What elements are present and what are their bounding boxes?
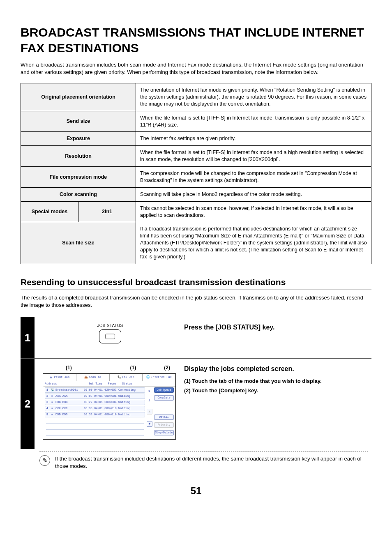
page-indicator: 1 — [148, 399, 151, 402]
row-label-right: 2in1 — [78, 201, 136, 222]
row-pages: 000/004 — [104, 401, 117, 404]
substep-num: (2) — [184, 387, 191, 394]
key-shape-icon — [99, 329, 121, 343]
phone-icon: 📞 — [118, 376, 121, 379]
row-label: Color scanning — [21, 187, 136, 201]
tab-internet-fax[interactable]: 🌐Internet Fax — [143, 374, 175, 381]
subheading: Resending to unsuccessful broadcast tran… — [21, 276, 371, 290]
job-row[interactable]: 4 ✉ CCC CCC 10:30 04/01 000/010 Waiting — [45, 406, 145, 411]
row-label-left: Special modes — [21, 201, 78, 222]
step-1: 1 JOB STATUS Press the [JOB STATUS] key. — [21, 317, 371, 358]
callout-1b: (1) — [116, 364, 150, 371]
row-label: File compression mode — [21, 167, 136, 188]
row-desc: Scanning will take place in Mono2 regard… — [136, 187, 371, 201]
row-address: CCC CCC — [55, 407, 79, 410]
row-label: Resolution — [21, 146, 136, 167]
row-desc: When the file format is set to [TIFF-S] … — [136, 111, 371, 132]
scroll-up-button[interactable]: ▲ — [147, 409, 152, 415]
priority-button[interactable]: Priority — [154, 422, 174, 428]
row-time: 10:05 04/01 — [81, 395, 103, 398]
row-desc: The orientation of Internet fax mode is … — [136, 83, 371, 111]
pencil-icon: ✎ — [39, 455, 50, 466]
row-time: 10:33 04/01 — [81, 413, 103, 416]
callouts: (1) (1) (2) — [43, 364, 176, 371]
row-address: BBB BBB — [55, 401, 79, 404]
empty-row — [46, 424, 144, 430]
substep-1: (1) Touch the tab of the mode that you w… — [184, 378, 367, 385]
job-queue-button[interactable]: Job Queue — [154, 387, 174, 393]
row-status: Waiting — [118, 413, 143, 416]
settings-table: Original placement orientation The orien… — [21, 83, 371, 264]
step-title: Press the [JOB STATUS] key. — [184, 323, 367, 332]
printer-icon: 🖨 — [49, 376, 53, 379]
mail-icon: ✉ — [50, 401, 54, 404]
row-index: 2 — [46, 395, 49, 398]
row-label: Send size — [21, 111, 136, 132]
tabs: 🖨Print Job 📤Scan to 📞Fax Job 🌐Internet F… — [43, 374, 175, 381]
stop-delete-button[interactable]: Stop/Delete — [154, 430, 174, 435]
substep-2: (2) Touch the [Complete] key. — [184, 387, 367, 394]
row-index: 4 — [46, 407, 49, 410]
scan-icon: 📤 — [84, 376, 88, 379]
row-time: 10:22 04/01 — [81, 401, 103, 404]
row-index: 3 — [46, 401, 49, 404]
row-status: Waiting — [118, 407, 143, 410]
row-pages: 000/010 — [104, 413, 117, 416]
row-address: Broadcast0001 — [55, 389, 79, 391]
tab-print-job[interactable]: 🖨Print Job — [43, 374, 76, 381]
job-status-screen: (1) (1) (2) 🖨Print Job 📤Scan to 📞Fax Job… — [43, 364, 176, 440]
job-status-key-illustration: JOB STATUS — [97, 323, 123, 343]
row-desc: The Internet fax settings are given prio… — [136, 132, 371, 146]
page-indicator: 1 — [148, 390, 151, 393]
note: ✎ If the broadcast transmission included… — [39, 451, 368, 470]
substep-num: (1) — [184, 378, 191, 384]
note-text: If the broadcast transmission included d… — [55, 455, 368, 470]
row-index: 5 — [46, 413, 49, 416]
tab-scan-to[interactable]: 📤Scan to — [76, 374, 110, 381]
job-row[interactable]: 2 ✉ AAA AAA 10:05 04/01 000/001 Waiting — [45, 394, 145, 399]
row-label: Scan file size — [21, 222, 136, 264]
hdr-address: Address — [45, 382, 76, 385]
step-number: 2 — [21, 359, 35, 449]
row-pages: 000/001 — [104, 395, 117, 398]
tab-label: Fax Job — [122, 376, 134, 379]
tab-fax-job[interactable]: 📞Fax Job — [110, 374, 143, 381]
callout-2: (2) — [150, 364, 173, 371]
key-label: JOB STATUS — [97, 323, 123, 329]
step-number: 1 — [21, 317, 35, 358]
globe-icon: 🌐 — [146, 376, 150, 379]
tab-label: Internet Fax — [151, 376, 171, 379]
row-status: Connecting — [118, 389, 143, 391]
job-row[interactable]: 5 ✉ DDD DDD 10:33 04/01 000/010 Waiting — [45, 412, 145, 417]
row-desc: If a broadcast transmission is performed… — [136, 222, 371, 264]
substep-text: Touch the [Complete] key. — [192, 387, 258, 394]
subintro-paragraph: The results of a completed broadcast tra… — [21, 294, 371, 309]
row-index: 1 — [46, 389, 49, 391]
scroll-down-button[interactable]: ▼ — [147, 421, 152, 427]
job-row[interactable]: 1 📡 Broadcast0001 10:00 04/01 020/003 Co… — [45, 387, 145, 393]
row-time: 10:00 04/01 — [81, 389, 103, 391]
row-time: 10:30 04/01 — [81, 407, 103, 410]
complete-button[interactable]: Complete — [154, 395, 174, 401]
column-headers: Address Set Time Pages Status — [43, 381, 175, 387]
hdr-status: Status — [122, 382, 174, 385]
step-2: 2 (1) (1) (2) 🖨Print Job 📤Scan to 📞Fax J… — [21, 358, 371, 470]
mail-icon: ✉ — [50, 395, 54, 398]
row-desc: The compression mode will be changed to … — [136, 167, 371, 188]
hdr-pages: Pages — [104, 382, 120, 385]
empty-row — [46, 431, 144, 436]
row-address: DDD DDD — [55, 413, 79, 416]
page-title: BROADCAST TRANSMISSIONS THAT INCLUDE INT… — [21, 25, 371, 55]
row-pages: 020/003 — [104, 389, 117, 391]
empty-row — [46, 418, 144, 424]
arrow-down-icon: ▼ — [149, 422, 151, 426]
step-title: Display the jobs completed screen. — [184, 364, 367, 373]
job-row[interactable]: 3 ✉ BBB BBB 10:22 04/01 000/004 Waiting — [45, 400, 145, 405]
detail-button[interactable]: Detail — [154, 415, 174, 420]
row-status: Waiting — [118, 401, 143, 404]
tab-label: Print Job — [54, 376, 69, 379]
hdr-time: Set Time — [78, 382, 102, 385]
mail-icon: ✉ — [50, 413, 54, 416]
row-status: Waiting — [118, 395, 143, 398]
row-desc: This cannot be selected in scan mode, ho… — [136, 201, 371, 222]
